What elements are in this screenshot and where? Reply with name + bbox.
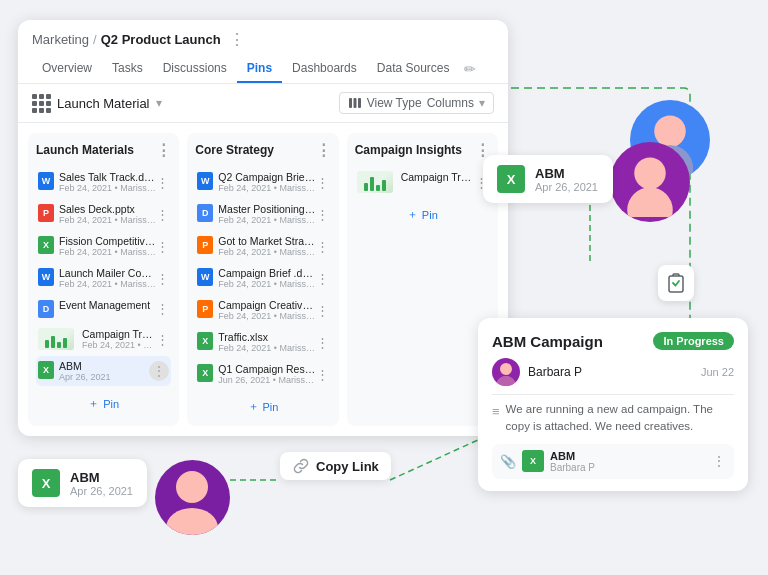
word-icon: W xyxy=(197,172,213,190)
col-more-core[interactable]: ⋮ xyxy=(316,141,331,159)
file-item[interactable]: W Campaign Brief .docx Feb 24, 2021 • Ma… xyxy=(195,263,330,293)
in-progress-badge: In Progress xyxy=(653,332,734,350)
word-icon: W xyxy=(197,268,213,286)
attach-sheets-icon: X xyxy=(522,450,544,472)
barbara-avatar-svg xyxy=(492,358,520,386)
file-item[interactable]: D Master Positioning Frame... Feb 24, 20… xyxy=(195,199,330,229)
file-item[interactable]: W Launch Mailer Copy.docx Feb 24, 2021 •… xyxy=(36,263,171,293)
file-item[interactable]: P Sales Deck.pptx Feb 24, 2021 • Marissa… xyxy=(36,199,171,229)
columns-label: Columns xyxy=(427,96,474,110)
file-item-abm[interactable]: X ABM Apr 26, 2021 ⋮ xyxy=(36,356,171,386)
breadcrumb: Marketing / Q2 Product Launch ⋮ xyxy=(32,30,494,49)
col-more-launch[interactable]: ⋮ xyxy=(156,141,171,159)
pin-button-col3[interactable]: ＋ Pin xyxy=(355,203,490,226)
file-meta: Feb 24, 2021 • Marissa Baume. xyxy=(218,279,315,289)
file-item[interactable]: X Traffic.xlsx Feb 24, 2021 • Marissa Ba… xyxy=(195,327,330,357)
svg-point-13 xyxy=(627,187,673,217)
edit-icon[interactable]: ✏ xyxy=(460,55,480,83)
view-type-label: View Type xyxy=(367,96,422,110)
attach-more-icon[interactable]: ⋮ xyxy=(712,453,726,469)
file-item[interactable]: W Sales Talk Track.docx Feb 24, 2021 • M… xyxy=(36,167,171,197)
breadcrumb-project: Q2 Product Launch xyxy=(101,32,221,47)
file-more-icon[interactable]: ⋮ xyxy=(316,239,329,254)
copy-link-label[interactable]: Copy Link xyxy=(280,452,391,480)
pin-label: Pin xyxy=(263,401,279,413)
file-meta: Feb 24, 2021 • Marissa Baume. xyxy=(59,279,156,289)
pin-button-col1[interactable]: ＋ Pin xyxy=(36,392,171,415)
launch-material-button[interactable]: Launch Material ▾ xyxy=(32,94,162,113)
pin-button-col2[interactable]: ＋ Pin xyxy=(195,395,330,418)
abm-date-bl: Apr 26, 2021 xyxy=(70,485,133,497)
campaign-message: ≡ We are running a new ad campaign. The … xyxy=(492,401,734,436)
abm-title-bl: ABM xyxy=(70,470,133,485)
campaign-divider xyxy=(492,394,734,395)
col-header-launch: Launch Materials ⋮ xyxy=(36,141,171,159)
pin-label: Pin xyxy=(422,209,438,221)
avatar-bottomleft xyxy=(155,460,230,535)
file-name: Launch Mailer Copy.docx xyxy=(59,267,156,279)
file-item[interactable]: Campaign Traffic Feb 24, 2021 • Marissa … xyxy=(36,324,171,354)
file-more-icon[interactable]: ⋮ xyxy=(316,207,329,222)
file-item[interactable]: Campaign Traffic ⋮ xyxy=(355,167,490,197)
female-face-svg xyxy=(615,147,685,217)
file-more-icon[interactable]: ⋮ xyxy=(316,367,329,382)
file-name: Q1 Campaign Results xyxy=(218,363,315,375)
pin-label: Pin xyxy=(103,398,119,410)
file-meta: Feb 24, 2021 • Marissa Baume. xyxy=(218,215,315,225)
view-type-button[interactable]: View Type Columns ▾ xyxy=(339,92,494,114)
file-more-icon[interactable]: ⋮ xyxy=(316,175,329,190)
tab-datasources[interactable]: Data Sources xyxy=(367,55,460,83)
sheets-icon: X xyxy=(197,332,213,350)
abm-card-topright: X ABM Apr 26, 2021 xyxy=(483,155,613,203)
file-more-icon[interactable]: ⋮ xyxy=(156,332,169,347)
file-meta: Apr 26, 2021 xyxy=(59,372,149,382)
file-item[interactable]: P Campaign Creative Brief ... Feb 24, 20… xyxy=(195,295,330,325)
file-item[interactable]: X Q1 Campaign Results Jun 26, 2021 • Mar… xyxy=(195,359,330,389)
file-more-icon[interactable]: ⋮ xyxy=(156,207,169,222)
file-more-icon[interactable]: ⋮ xyxy=(156,271,169,286)
file-more-icon[interactable]: ⋮ xyxy=(156,175,169,190)
tab-discussions[interactable]: Discussions xyxy=(153,55,237,83)
doc-orange-icon: P xyxy=(197,236,213,254)
file-meta: Feb 24, 2021 • Marissa Baume. xyxy=(218,183,315,193)
file-item[interactable]: P Got to Market Strategy .p... Feb 24, 2… xyxy=(195,231,330,261)
column-core-strategy: Core Strategy ⋮ W Q2 Campaign Brief .doc… xyxy=(187,133,338,426)
file-item[interactable]: X Fission Competitive Land... Feb 24, 20… xyxy=(36,231,171,261)
attach-title: ABM xyxy=(550,450,706,462)
file-item[interactable]: W Q2 Campaign Brief .docx Feb 24, 2021 •… xyxy=(195,167,330,197)
header-more-icon[interactable]: ⋮ xyxy=(229,30,245,49)
abm-campaign-card: ABM Campaign In Progress Barbara P Jun 2… xyxy=(478,318,748,491)
sheets-icon: X xyxy=(197,364,213,382)
file-more-icon[interactable]: ⋮ xyxy=(149,361,169,381)
word-icon: W xyxy=(38,268,54,286)
link-icon xyxy=(292,457,310,475)
file-meta: Jun 26, 2021 • Marissa Baume. xyxy=(218,375,315,385)
grid-icon xyxy=(32,94,51,113)
attachment-row[interactable]: 📎 X ABM Barbara P ⋮ xyxy=(492,444,734,479)
file-meta: Feb 24, 2021 • Marissa Baume. xyxy=(82,340,156,350)
file-more-icon[interactable]: ⋮ xyxy=(156,239,169,254)
ppt-icon: P xyxy=(38,204,54,222)
file-more-icon[interactable]: ⋮ xyxy=(316,335,329,350)
file-name: Campaign Creative Brief ... xyxy=(218,299,315,311)
file-more-icon[interactable]: ⋮ xyxy=(156,301,169,316)
columns-area: Launch Materials ⋮ W Sales Talk Track.do… xyxy=(18,123,508,436)
file-name: ABM xyxy=(59,360,149,372)
tab-pins[interactable]: Pins xyxy=(237,55,282,83)
file-name: Sales Talk Track.docx xyxy=(59,171,156,183)
paperclip-icon: 📎 xyxy=(500,454,516,469)
file-more-icon[interactable]: ⋮ xyxy=(316,271,329,286)
tab-tasks[interactable]: Tasks xyxy=(102,55,153,83)
tab-dashboards[interactable]: Dashboards xyxy=(282,55,367,83)
attach-text: ABM Barbara P xyxy=(550,450,706,473)
clipboard-icon-wrap[interactable] xyxy=(658,265,694,301)
card-header: Marketing / Q2 Product Launch ⋮ Overview… xyxy=(18,20,508,84)
pin-icon: ＋ xyxy=(248,399,259,414)
analytics-thumb xyxy=(357,171,393,193)
tab-overview[interactable]: Overview xyxy=(32,55,102,83)
file-item[interactable]: D Event Management ⋮ xyxy=(36,295,171,322)
file-name: Sales Deck.pptx xyxy=(59,203,156,215)
breadcrumb-marketing[interactable]: Marketing xyxy=(32,32,89,47)
sheets-icon: X xyxy=(38,236,54,254)
file-more-icon[interactable]: ⋮ xyxy=(316,303,329,318)
